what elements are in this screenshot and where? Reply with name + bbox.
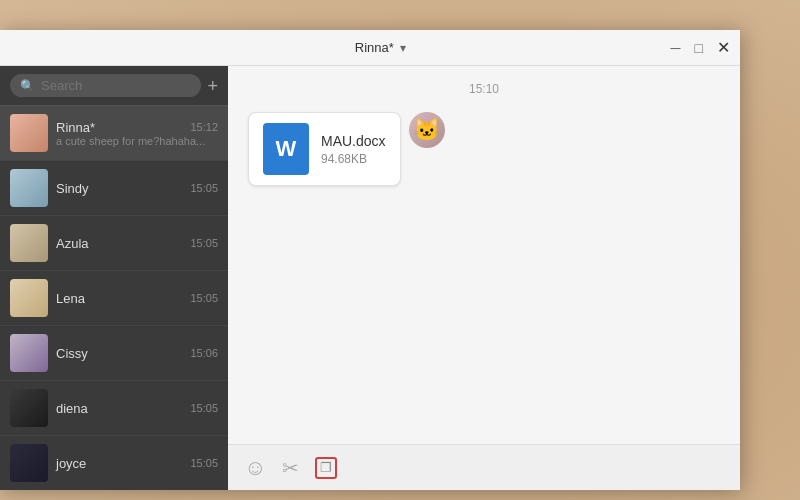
avatar-lena <box>10 279 48 317</box>
contact-time-azula: 15:05 <box>190 237 218 249</box>
search-icon: 🔍 <box>20 79 35 93</box>
main-content: 🔍 + Rinna* 15:12 a cute sheep for me?hah… <box>0 66 740 490</box>
contact-item-rinna[interactable]: Rinna* 15:12 a cute sheep for me?hahaha.… <box>0 106 228 161</box>
chat-area: 15:10 W MAU.docx 94.68KB 🐱 <box>228 66 740 490</box>
contact-time-lena: 15:05 <box>190 292 218 304</box>
contact-info-azula: Azula 15:05 <box>56 236 218 251</box>
chat-toolbar: ☺ ✂ ❐ <box>228 444 740 490</box>
avatar-rinna <box>10 114 48 152</box>
title-bar-center: Rinna* ▾ <box>355 40 406 55</box>
contact-list: Rinna* 15:12 a cute sheep for me?hahaha.… <box>0 106 228 490</box>
contact-name-diena: diena <box>56 401 88 416</box>
search-bar: 🔍 + <box>0 66 228 106</box>
avatar-joyce <box>10 444 48 482</box>
contact-info-cissy: Cissy 15:06 <box>56 346 218 361</box>
title-bar: Rinna* ▾ ─ □ ✕ <box>0 30 740 66</box>
contact-item-lena[interactable]: Lena 15:05 <box>0 271 228 326</box>
scissors-button[interactable]: ✂ <box>282 456 299 480</box>
add-contact-button[interactable]: + <box>207 77 218 95</box>
contact-item-diena[interactable]: diena 15:05 <box>0 381 228 436</box>
word-icon: W <box>263 123 309 175</box>
avatar-cissy <box>10 334 48 372</box>
sender-avatar: 🐱 <box>409 112 445 148</box>
file-bubble[interactable]: W MAU.docx 94.68KB <box>248 112 401 186</box>
emoji-button[interactable]: ☺ <box>244 455 266 481</box>
contact-time-diena: 15:05 <box>190 402 218 414</box>
contact-item-cissy[interactable]: Cissy 15:06 <box>0 326 228 381</box>
contact-name-rinna: Rinna* <box>56 120 95 135</box>
contact-info-sindy: Sindy 15:05 <box>56 181 218 196</box>
maximize-button[interactable]: □ <box>695 41 703 55</box>
copy-button[interactable]: ❐ <box>315 457 337 479</box>
search-input-wrap[interactable]: 🔍 <box>10 74 201 97</box>
contact-info-joyce: joyce 15:05 <box>56 456 218 471</box>
app-window: Rinna* ▾ ─ □ ✕ 🔍 + <box>0 30 740 490</box>
contact-info-diena: diena 15:05 <box>56 401 218 416</box>
chat-messages: 15:10 W MAU.docx 94.68KB 🐱 <box>228 66 740 444</box>
contact-item-azula[interactable]: Azula 15:05 <box>0 216 228 271</box>
avatar-diena <box>10 389 48 427</box>
file-size: 94.68KB <box>321 152 386 166</box>
minimize-button[interactable]: ─ <box>671 41 681 55</box>
file-name: MAU.docx <box>321 133 386 149</box>
avatar-azula <box>10 224 48 262</box>
contact-info-rinna: Rinna* 15:12 a cute sheep for me?hahaha.… <box>56 120 218 147</box>
search-input[interactable] <box>41 78 191 93</box>
contact-name-lena: Lena <box>56 291 85 306</box>
contact-name-sindy: Sindy <box>56 181 89 196</box>
chat-title: Rinna* <box>355 40 394 55</box>
contact-item-sindy[interactable]: Sindy 15:05 <box>0 161 228 216</box>
contact-time-cissy: 15:06 <box>190 347 218 359</box>
contact-name-cissy: Cissy <box>56 346 88 361</box>
file-info: MAU.docx 94.68KB <box>321 133 386 166</box>
message-row: W MAU.docx 94.68KB 🐱 <box>248 112 720 186</box>
close-button[interactable]: ✕ <box>717 40 730 56</box>
contact-time-rinna: 15:12 <box>190 121 218 133</box>
contact-preview-rinna: a cute sheep for me?hahaha... <box>56 135 218 147</box>
contact-info-lena: Lena 15:05 <box>56 291 218 306</box>
contact-name-joyce: joyce <box>56 456 86 471</box>
avatar-sindy <box>10 169 48 207</box>
contact-time-sindy: 15:05 <box>190 182 218 194</box>
message-time: 15:10 <box>248 82 720 96</box>
title-dropdown-icon[interactable]: ▾ <box>400 41 406 55</box>
window-controls: ─ □ ✕ <box>671 40 730 56</box>
contact-name-azula: Azula <box>56 236 89 251</box>
contact-time-joyce: 15:05 <box>190 457 218 469</box>
contact-item-joyce[interactable]: joyce 15:05 <box>0 436 228 490</box>
sidebar: 🔍 + Rinna* 15:12 a cute sheep for me?hah… <box>0 66 228 490</box>
